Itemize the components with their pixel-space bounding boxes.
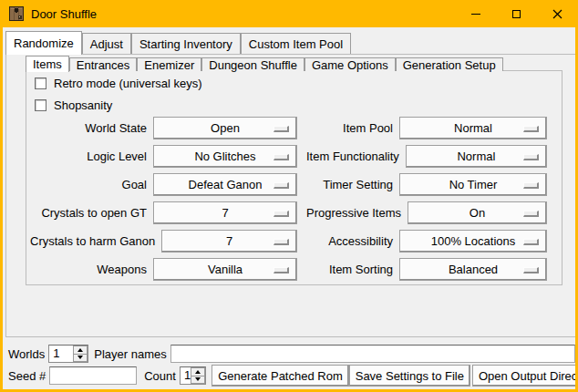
item-functionality-row: Item Functionality Normal xyxy=(306,145,547,168)
item-sorting-label: Item Sorting xyxy=(306,263,393,276)
arrow-down-icon[interactable] xyxy=(191,377,205,385)
progressive-items-label: Progressive Items xyxy=(306,206,401,220)
progressive-items-dropdown[interactable]: On xyxy=(408,201,547,224)
seed-row: Seed # Count 1 Generate Patched Rom Save… xyxy=(8,365,575,387)
dropdown-slit-icon xyxy=(523,154,539,160)
worlds-spinner[interactable]: 1 xyxy=(48,345,88,363)
item-sorting-row: Item Sorting Balanced xyxy=(306,258,547,281)
shopsanity-label: Shopsanity xyxy=(54,98,112,112)
worlds-label: Worlds xyxy=(8,347,45,361)
crystals-gt-row: Crystals to open GT 7 xyxy=(30,201,297,224)
open-output-directory-button[interactable]: Open Output Directory xyxy=(472,365,578,387)
retro-mode-checkbox[interactable] xyxy=(35,77,46,89)
tab-randomize[interactable]: Randomize xyxy=(5,31,82,55)
tab-items[interactable]: Items xyxy=(26,56,69,72)
crystals-ganon-value: 7 xyxy=(226,234,232,248)
item-functionality-label: Item Functionality xyxy=(306,150,399,163)
maximize-button[interactable] xyxy=(496,0,537,27)
item-sorting-value: Balanced xyxy=(449,263,498,276)
dropdown-slit-icon xyxy=(523,211,539,217)
weapons-row: Weapons Vanilla xyxy=(30,258,297,281)
dropdown-slit-icon xyxy=(523,239,539,245)
dropdown-slit-icon xyxy=(523,267,539,273)
arrow-up-icon[interactable] xyxy=(73,346,88,355)
arrow-up-icon[interactable] xyxy=(191,367,205,377)
item-pool-row: Item Pool Normal xyxy=(306,117,547,139)
dropdown-slit-icon xyxy=(274,126,289,132)
seed-input[interactable] xyxy=(49,366,137,385)
generate-patched-rom-button[interactable]: Generate Patched Rom xyxy=(212,365,349,387)
world-state-dropdown[interactable]: Open xyxy=(153,117,297,139)
crystals-gt-dropdown[interactable]: 7 xyxy=(153,201,297,224)
crystals-ganon-dropdown[interactable]: 7 xyxy=(161,230,297,253)
tab-game-options[interactable]: Game Options xyxy=(304,57,396,71)
main-tab-bar: Randomize Adjust Starting Inventory Cust… xyxy=(3,27,351,54)
app-window: Door Shuffle Randomize Adjust Starting I… xyxy=(0,0,578,392)
retro-mode-checkbox-row: Retro mode (universal keys) xyxy=(35,77,202,90)
tab-starting-inventory[interactable]: Starting Inventory xyxy=(131,33,241,54)
retro-mode-label: Retro mode (universal keys) xyxy=(54,77,202,90)
count-spinner-arrows xyxy=(191,367,205,384)
dropdown-slit-icon xyxy=(274,211,289,217)
accessibility-label: Accessibility xyxy=(306,234,393,248)
tab-generation-setup[interactable]: Generation Setup xyxy=(396,57,503,71)
count-label: Count xyxy=(144,369,176,383)
bottom-bar: Worlds 1 Player names Seed # Count 1 xyxy=(5,337,578,389)
tab-custom-item-pool[interactable]: Custom Item Pool xyxy=(241,33,351,54)
goal-value: Defeat Ganon xyxy=(189,178,263,191)
shopsanity-checkbox[interactable] xyxy=(35,99,46,111)
tab-adjust[interactable]: Adjust xyxy=(82,33,131,54)
timer-setting-label: Timer Setting xyxy=(306,178,393,191)
window-title: Door Shuffle xyxy=(31,7,97,21)
arrow-down-icon[interactable] xyxy=(73,355,88,363)
dropdown-slit-icon xyxy=(523,126,539,132)
item-pool-label: Item Pool xyxy=(306,121,393,135)
weapons-dropdown[interactable]: Vanilla xyxy=(153,258,297,281)
item-pool-dropdown[interactable]: Normal xyxy=(399,117,547,139)
worlds-row: Worlds 1 Player names xyxy=(8,345,575,363)
door-icon xyxy=(9,6,24,21)
item-functionality-value: Normal xyxy=(457,150,495,163)
goal-dropdown[interactable]: Defeat Ganon xyxy=(153,173,297,196)
count-value: 1 xyxy=(181,367,191,384)
logic-level-row: Logic Level No Glitches xyxy=(30,145,297,168)
goal-label: Goal xyxy=(30,178,147,191)
item-pool-value: Normal xyxy=(454,121,492,135)
count-spinner[interactable]: 1 xyxy=(180,366,206,385)
crystals-ganon-label: Crystals to harm Ganon xyxy=(30,234,155,248)
tab-enemizer[interactable]: Enemizer xyxy=(137,57,201,71)
item-functionality-dropdown[interactable]: Normal xyxy=(406,145,547,168)
logic-level-value: No Glitches xyxy=(194,150,255,163)
close-button[interactable] xyxy=(537,0,578,27)
timer-setting-value: No Timer xyxy=(449,178,498,191)
accessibility-value: 100% Locations xyxy=(431,234,516,248)
accessibility-dropdown[interactable]: 100% Locations xyxy=(399,230,547,253)
minimize-icon xyxy=(471,14,480,15)
logic-level-label: Logic Level xyxy=(30,150,147,163)
logic-level-dropdown[interactable]: No Glitches xyxy=(153,145,297,168)
player-names-label: Player names xyxy=(94,347,166,361)
shopsanity-checkbox-row: Shopsanity xyxy=(35,98,112,112)
close-icon xyxy=(552,9,563,19)
tab-entrances[interactable]: Entrances xyxy=(69,57,138,71)
world-state-label: World State xyxy=(30,121,147,135)
world-state-value: Open xyxy=(211,121,240,135)
tab-dungeon-shuffle[interactable]: Dungeon Shuffle xyxy=(201,57,304,71)
seed-label: Seed # xyxy=(8,369,46,383)
player-names-input[interactable] xyxy=(170,345,575,363)
dropdown-slit-icon xyxy=(274,154,289,160)
dropdown-slit-icon xyxy=(523,182,539,189)
crystals-gt-label: Crystals to open GT xyxy=(30,206,147,220)
weapons-label: Weapons xyxy=(30,263,147,276)
goal-row: Goal Defeat Ganon xyxy=(30,173,297,196)
progressive-items-value: On xyxy=(470,206,485,220)
minimize-button[interactable] xyxy=(455,0,496,27)
dropdown-slit-icon xyxy=(274,267,289,273)
save-settings-button[interactable]: Save Settings to File xyxy=(349,365,470,387)
timer-setting-dropdown[interactable]: No Timer xyxy=(399,173,547,196)
worlds-spinner-arrows xyxy=(73,346,88,362)
dropdown-slit-icon xyxy=(274,239,289,245)
crystals-gt-value: 7 xyxy=(222,206,228,220)
item-sorting-dropdown[interactable]: Balanced xyxy=(399,258,547,281)
weapons-value: Vanilla xyxy=(208,263,243,276)
